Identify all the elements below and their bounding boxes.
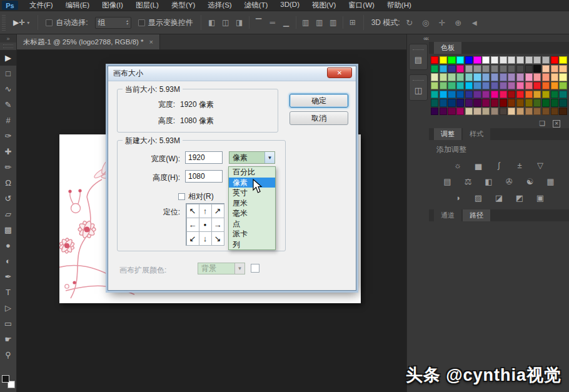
swatch[interactable] <box>440 56 447 64</box>
posterize-icon[interactable]: ▨ <box>471 191 486 204</box>
tool-preset-dropdown[interactable]: ▶✛ ▾ <box>9 17 33 28</box>
swatch[interactable] <box>482 99 490 106</box>
swatch[interactable] <box>516 82 524 89</box>
swatch[interactable] <box>508 82 515 89</box>
menu-item[interactable]: 图层(L) <box>129 0 165 11</box>
gradient-map-icon[interactable]: ◩ <box>512 191 527 204</box>
swatch[interactable] <box>533 56 541 64</box>
swatch[interactable] <box>465 82 473 89</box>
relative-checkbox[interactable] <box>178 193 185 200</box>
anchor-cell[interactable]: ● <box>199 218 212 232</box>
swatch[interactable] <box>456 73 464 81</box>
quick-selection-tool[interactable]: ✎ <box>0 97 16 113</box>
show-transform-checkbox[interactable] <box>138 19 145 26</box>
menu-item[interactable]: 图像(I) <box>96 0 129 11</box>
hand-tool[interactable]: ☛ <box>0 331 16 347</box>
vibrance-icon[interactable]: ▽ <box>533 159 548 171</box>
cancel-button[interactable]: 取消 <box>290 111 348 125</box>
menu-item[interactable]: 文件(F) <box>23 0 59 11</box>
swatch[interactable] <box>542 82 550 89</box>
3d-slide-icon[interactable]: ⊕ <box>452 17 465 29</box>
3d-rotate-icon[interactable]: ↻ <box>403 17 416 29</box>
distribute-right-icon[interactable]: ▥ <box>327 17 340 29</box>
swatch[interactable] <box>465 91 473 98</box>
unit-option[interactable]: 点 <box>229 219 275 229</box>
swatch[interactable] <box>525 82 533 89</box>
swatch[interactable] <box>431 65 438 73</box>
channels-tab[interactable]: 通道 <box>434 209 461 221</box>
swatch[interactable] <box>542 108 550 115</box>
swatch[interactable] <box>491 82 498 89</box>
channel-mixer-icon[interactable]: ☯ <box>523 175 538 188</box>
brightness-contrast-icon[interactable]: ☼ <box>450 159 465 171</box>
width-unit-combo[interactable]: 像素 ▼ <box>229 151 275 164</box>
swatch[interactable] <box>465 56 473 64</box>
swatch[interactable] <box>508 99 515 106</box>
swatch[interactable] <box>456 65 464 73</box>
swatch[interactable] <box>456 99 464 106</box>
swatch[interactable] <box>491 65 498 73</box>
auto-align-icon[interactable]: ⊞ <box>346 17 359 29</box>
swatch[interactable] <box>473 73 481 81</box>
exposure-icon[interactable]: ± <box>512 159 527 171</box>
unit-option[interactable]: 列 <box>229 239 275 250</box>
pen-tool[interactable]: ✒ <box>0 269 16 284</box>
3d-camera-icon[interactable]: ◄ <box>468 17 481 29</box>
auto-select-checkbox[interactable] <box>46 19 53 26</box>
swatch[interactable] <box>542 73 550 81</box>
swatch[interactable] <box>473 82 481 89</box>
menu-item[interactable]: 帮助(H) <box>381 0 418 11</box>
channels-tab[interactable]: 路径 <box>463 209 490 221</box>
anchor-cell[interactable]: ↙ <box>186 231 199 246</box>
anchor-cell[interactable]: ← <box>186 218 199 232</box>
auto-select-target-select[interactable]: 组 ▴▾ <box>95 17 131 29</box>
shape-tool[interactable]: ▭ <box>0 316 16 331</box>
swatch[interactable] <box>473 65 481 73</box>
swatch[interactable] <box>491 56 498 64</box>
swatch[interactable] <box>491 91 498 98</box>
invert-icon[interactable]: ◑ <box>450 191 465 204</box>
height-input[interactable] <box>185 170 223 183</box>
lasso-tool[interactable]: ∿ <box>0 81 16 97</box>
dialog-close-button[interactable]: ✕ <box>327 68 352 78</box>
swatch[interactable] <box>551 99 558 106</box>
swatch[interactable] <box>516 56 524 64</box>
swatch[interactable] <box>431 82 438 89</box>
swatch[interactable] <box>491 99 498 106</box>
tab-close-icon[interactable]: × <box>149 38 153 46</box>
3d-panel-button[interactable]: ◫ <box>409 74 428 101</box>
swatch[interactable] <box>542 99 550 106</box>
color-balance-icon[interactable]: ⚖ <box>461 175 476 188</box>
swatch[interactable] <box>465 73 473 81</box>
swatch[interactable] <box>456 108 464 115</box>
anchor-cell[interactable]: ↑ <box>199 204 212 218</box>
align-left-icon[interactable]: ◧ <box>206 17 218 29</box>
unit-option[interactable]: 毫米 <box>229 208 275 219</box>
ok-button[interactable]: 确定 <box>290 94 348 108</box>
swatch[interactable] <box>500 82 507 89</box>
swatch[interactable] <box>551 108 558 115</box>
marquee-tool[interactable]: □ <box>0 66 16 81</box>
foreground-color-chip[interactable] <box>2 375 9 383</box>
brush-tool[interactable]: ✏ <box>0 159 16 175</box>
swatch[interactable] <box>542 91 550 98</box>
dialog-titlebar[interactable]: 画布大小 <box>108 66 356 81</box>
swatch[interactable] <box>559 73 566 81</box>
eraser-tool[interactable]: ▱ <box>0 206 16 222</box>
move-tool[interactable]: ▶ <box>0 50 16 66</box>
swatch[interactable] <box>440 108 447 115</box>
unit-option[interactable]: 像素 <box>229 178 275 188</box>
new-swatch-icon[interactable]: ❏ <box>539 119 545 128</box>
distribute-left-icon[interactable]: ▥ <box>300 17 312 29</box>
swatch[interactable] <box>508 56 515 64</box>
anchor-cell[interactable]: ↓ <box>199 231 212 246</box>
swatch[interactable] <box>473 108 481 115</box>
swatch[interactable] <box>533 82 541 89</box>
unit-option[interactable]: 厘米 <box>229 198 275 209</box>
swatch[interactable] <box>431 108 438 115</box>
swatch[interactable] <box>500 65 507 73</box>
swatch[interactable] <box>551 65 558 73</box>
swatch[interactable] <box>482 73 490 81</box>
swatch[interactable] <box>551 56 558 64</box>
swatch[interactable] <box>500 91 507 98</box>
